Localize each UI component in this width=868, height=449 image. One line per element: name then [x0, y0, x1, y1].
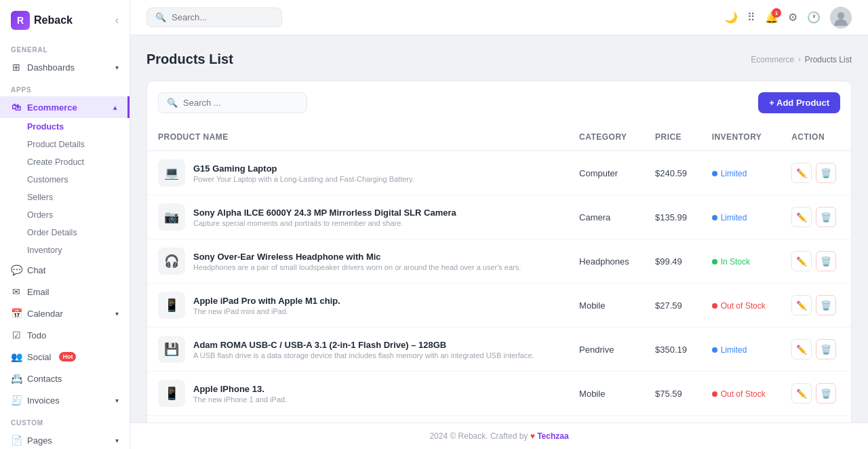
- product-category: Camera: [568, 195, 644, 239]
- product-name: Sony Over-Ear Wireless Headphone with Mi…: [193, 252, 521, 262]
- product-name-cell: 💾 Adam ROMA USB-C / USB-A 3.1 (2-in-1 Fl…: [147, 328, 568, 372]
- product-description: Capture special moments and portraits to…: [193, 219, 456, 227]
- product-price: $75.59: [644, 372, 701, 416]
- notification-icon[interactable]: 🔔 1: [765, 11, 778, 24]
- footer-text: 2024 © Reback. Crafted by: [429, 431, 528, 441]
- history-icon[interactable]: 🕐: [807, 11, 821, 24]
- dashboard-icon: ⊞: [11, 62, 22, 73]
- edit-button[interactable]: ✏️: [791, 163, 812, 183]
- sidebar-item-email[interactable]: ✉ Email: [0, 281, 130, 302]
- table-row: 🖥️ Apple Mac Power Your Laptop with a Lo…: [147, 416, 851, 423]
- topnav-search[interactable]: 🔍: [146, 7, 282, 27]
- sidebar-item-todo[interactable]: ☑ Todo: [0, 324, 130, 346]
- table-row: 💻 G15 Gaming Laptop Power Your Laptop wi…: [147, 151, 851, 195]
- heart-icon: ♥: [530, 431, 537, 441]
- table-row: 📷 Sony Alpha ILCE 6000Y 24.3 MP Mirrorle…: [147, 195, 851, 239]
- delete-button[interactable]: 🗑️: [816, 339, 836, 359]
- table-row: 📱 Apple iPad Pro with Apple M1 chip. The…: [147, 284, 851, 328]
- sidebar-item-calendar[interactable]: 📅 Calendar ▾: [0, 302, 130, 324]
- edit-button[interactable]: ✏️: [791, 339, 812, 359]
- product-name: Sony Alpha ILCE 6000Y 24.3 MP Mirrorless…: [193, 208, 456, 218]
- topnav: 🔍 🌙 ⠿ 🔔 1 ⚙ 🕐: [130, 0, 868, 35]
- delete-button[interactable]: 🗑️: [816, 163, 836, 183]
- delete-button[interactable]: 🗑️: [816, 383, 836, 404]
- sidebar-subitem-product-details[interactable]: Product Details: [0, 136, 130, 153]
- col-header-action: Action: [781, 124, 851, 151]
- delete-button[interactable]: 🗑️: [816, 251, 836, 271]
- search-icon: 🔍: [167, 98, 178, 108]
- product-category: Mobile: [568, 372, 644, 416]
- product-inventory: Out of Stock: [701, 372, 781, 416]
- product-inventory: Limited: [701, 328, 781, 372]
- sidebar-item-todo-label: Todo: [27, 330, 46, 340]
- sidebar-item-dashboards[interactable]: ⊞ Dashboards ▾: [0, 56, 130, 78]
- product-price: $350.00: [644, 416, 701, 423]
- delete-button[interactable]: 🗑️: [816, 295, 836, 315]
- sidebar-subitem-order-details[interactable]: Order Details: [0, 224, 130, 241]
- sidebar-subitem-create-product[interactable]: Create Product: [0, 153, 130, 171]
- settings-icon[interactable]: ⚙: [788, 11, 797, 24]
- sidebar-subitem-customers[interactable]: Customers: [0, 171, 130, 189]
- inventory-status: In Stock: [721, 257, 750, 267]
- pages-icon: 📄: [11, 435, 22, 446]
- products-table-card: 🔍 + Add Product Product Name Category Pr…: [146, 81, 852, 423]
- product-category: Computer: [568, 416, 644, 423]
- product-name: Apple iPad Pro with Apple M1 chip.: [193, 296, 340, 306]
- grid-icon[interactable]: ⠿: [747, 11, 755, 24]
- product-category: Computer: [568, 151, 644, 195]
- apps-section-label: APPS: [0, 78, 130, 96]
- logo-icon: R: [11, 11, 30, 30]
- ecommerce-icon: 🛍: [11, 102, 22, 113]
- sidebar-item-contacts[interactable]: 📇 Contacts: [0, 368, 130, 389]
- product-thumbnail: 📱: [158, 380, 185, 407]
- table-search-input[interactable]: [183, 98, 298, 108]
- inventory-dot: [712, 171, 717, 176]
- inventory-dot: [712, 303, 717, 309]
- sidebar-subitem-inventory[interactable]: Inventory: [0, 241, 130, 259]
- product-name: G15 Gaming Laptop: [193, 163, 414, 174]
- sidebar-item-invoices[interactable]: 🧾 Invoices ▾: [0, 389, 130, 411]
- user-avatar[interactable]: [830, 7, 852, 28]
- table-search[interactable]: 🔍: [158, 92, 307, 113]
- inventory-status: Out of Stock: [721, 301, 766, 311]
- sidebar-item-pages-label: Pages: [27, 435, 52, 446]
- sidebar-item-pages[interactable]: 📄 Pages ▾: [0, 429, 130, 449]
- sidebar-item-email-label: Email: [27, 287, 50, 297]
- product-category: Pendrive: [568, 328, 644, 372]
- products-table: Product Name Category Price Inventory Ac…: [147, 124, 851, 423]
- topnav-search-input[interactable]: [172, 12, 273, 22]
- product-name-cell: 📱 Apple iPad Pro with Apple M1 chip. The…: [147, 284, 568, 328]
- footer-brand: Techzaa: [537, 431, 568, 441]
- product-actions: ✏️ 🗑️: [781, 284, 851, 328]
- inventory-dot: [712, 215, 717, 220]
- moon-icon[interactable]: 🌙: [724, 11, 738, 24]
- inventory-status: Limited: [721, 169, 747, 178]
- logo-text: Reback: [34, 14, 73, 26]
- product-description: A USB flash drive is a data storage devi…: [193, 351, 534, 359]
- add-product-button[interactable]: + Add Product: [758, 92, 840, 113]
- col-header-name: Product Name: [147, 124, 568, 151]
- table-row: 💾 Adam ROMA USB-C / USB-A 3.1 (2-in-1 Fl…: [147, 328, 851, 372]
- product-description: The new iPhone 1 and iPad.: [193, 395, 287, 404]
- breadcrumb-separator: ›: [798, 56, 800, 63]
- sidebar-subitem-orders[interactable]: Orders: [0, 206, 130, 224]
- invoices-icon: 🧾: [11, 395, 22, 406]
- sidebar-toggle-icon[interactable]: ‹: [115, 14, 119, 26]
- edit-button[interactable]: ✏️: [791, 383, 812, 404]
- sidebar-item-social-label: Social: [27, 352, 51, 362]
- edit-button[interactable]: ✏️: [791, 207, 812, 227]
- edit-button[interactable]: ✏️: [791, 251, 812, 271]
- delete-button[interactable]: 🗑️: [816, 207, 836, 227]
- inventory-dot: [712, 391, 717, 397]
- sidebar-item-ecommerce[interactable]: 🛍 Ecommerce ▴: [0, 96, 130, 118]
- sidebar-subitem-products[interactable]: Products: [0, 118, 130, 136]
- inventory-status: Limited: [721, 345, 747, 355]
- product-category: Headphones: [568, 239, 644, 284]
- edit-button[interactable]: ✏️: [791, 295, 812, 315]
- sidebar-subitem-sellers[interactable]: Sellers: [0, 189, 130, 206]
- sidebar-item-social[interactable]: 👥 Social Hot: [0, 346, 130, 368]
- card-toolbar: 🔍 + Add Product: [147, 81, 851, 124]
- sidebar-item-chat[interactable]: 💬 Chat: [0, 259, 130, 281]
- inventory-status: Out of Stock: [721, 389, 766, 399]
- product-name-cell: 📷 Sony Alpha ILCE 6000Y 24.3 MP Mirrorle…: [147, 195, 568, 239]
